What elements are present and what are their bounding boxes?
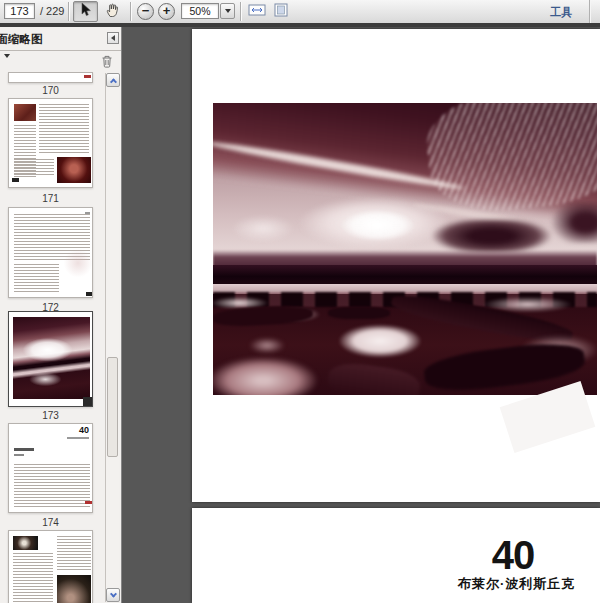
fit-width-icon <box>248 3 266 21</box>
thumbnail-label-170[interactable]: 170 <box>8 85 93 96</box>
page-173[interactable] <box>192 29 600 502</box>
zoom-dropdown-button[interactable] <box>220 3 235 19</box>
fit-width-button[interactable] <box>244 1 269 22</box>
plate-number: 40 <box>458 538 568 572</box>
thumbnail-list: 170 171 172 <box>0 72 105 603</box>
thumbnail-page-175[interactable] <box>8 530 93 603</box>
scroll-up-button[interactable] <box>106 73 120 87</box>
scroll-down-button[interactable] <box>106 588 120 602</box>
thumbnail-page-172[interactable] <box>8 207 93 298</box>
thumb-text-lines <box>57 536 91 572</box>
fit-page-button[interactable] <box>268 1 293 22</box>
thumb-173-corner-mark <box>83 397 92 406</box>
thumbnail-page-170[interactable] <box>8 72 93 83</box>
hand-tool-button[interactable] <box>100 1 125 22</box>
zoom-in-button[interactable]: + <box>158 3 175 20</box>
hand-icon <box>105 2 120 22</box>
scrollbar-thumb[interactable] <box>107 357 118 457</box>
page-total-label: / 229 <box>40 5 64 17</box>
fit-page-icon <box>273 3 289 21</box>
thumbnail-scrollbar[interactable] <box>105 73 119 602</box>
top-toolbar: / 229 − + 50% <box>0 0 600 27</box>
zoom-out-button[interactable]: − <box>137 3 154 20</box>
thumb-text-lines <box>14 464 90 508</box>
thumbnails-panel: 页面缩略图 170 <box>0 27 122 603</box>
thumb-174-red-mark <box>85 501 92 504</box>
thumb-170-red-mark <box>84 75 91 78</box>
page-174-partial[interactable]: 40 布莱尔·波利斯丘克 <box>192 508 600 603</box>
chevron-up-icon <box>109 78 116 85</box>
zoom-level-value[interactable]: 50% <box>181 3 219 19</box>
toolbar-separator <box>68 2 69 21</box>
page-number-input[interactable] <box>4 3 35 19</box>
content-area: 页面缩略图 170 <box>0 27 600 603</box>
thumbnail-label-174[interactable]: 174 <box>8 517 93 528</box>
thumb-text-lines <box>14 159 54 177</box>
thumb-174-title-bar <box>14 448 34 451</box>
thumbnail-page-173-selected[interactable] <box>8 311 93 407</box>
thumbnail-label-173[interactable]: 173 <box>8 410 93 421</box>
thumb-172-tick <box>85 212 90 214</box>
thumb-text-lines <box>13 553 53 603</box>
tools-menu-button[interactable]: 工具 <box>550 5 572 20</box>
document-view[interactable]: 40 布莱尔·波利斯丘克 <box>122 27 600 603</box>
thumb-172-mark <box>86 292 93 296</box>
toolbar-separator <box>240 2 241 21</box>
thumb-174-caption-line <box>67 437 89 439</box>
thumb-175-eye-photo <box>13 536 38 550</box>
thumb-text-lines <box>14 264 59 294</box>
thumbnail-page-171[interactable] <box>8 98 93 188</box>
toolbar-separator <box>130 2 131 21</box>
panel-toolbar <box>0 51 121 72</box>
thumb-175-face-photo <box>57 575 91 603</box>
thumb-172-faint-image <box>64 248 92 278</box>
thumb-171-photo-large <box>57 157 91 183</box>
thumbnail-label-171[interactable]: 171 <box>8 193 93 204</box>
thumb-174-subtitle-bar <box>14 454 24 456</box>
panel-header: 页面缩略图 <box>0 27 121 51</box>
photographer-name: 布莱尔·波利斯丘克 <box>458 575 568 593</box>
toolbar-separator <box>589 0 590 23</box>
panel-title: 页面缩略图 <box>0 27 43 51</box>
cursor-arrow-icon <box>79 2 93 21</box>
plate-caption: 40 布莱尔·波利斯丘克 <box>458 538 568 593</box>
thumb-173-landscape-photo <box>13 317 90 399</box>
chevron-down-icon <box>109 590 116 597</box>
pdf-reader-window: / 229 − + 50% <box>0 0 600 603</box>
chevron-left-icon <box>111 35 115 41</box>
panel-collapse-button[interactable] <box>107 32 119 44</box>
landscape-photo <box>213 103 597 395</box>
thumbnail-page-174[interactable]: 40 <box>8 423 93 513</box>
thumb-text-lines <box>39 104 89 154</box>
select-tool-button[interactable] <box>73 1 98 22</box>
thumb-174-plate-number: 40 <box>79 425 89 435</box>
chevron-down-icon <box>225 9 231 13</box>
trash-icon[interactable] <box>100 54 115 69</box>
thumb-171-mark <box>12 178 19 182</box>
thumb-171-photo-small <box>14 104 36 121</box>
